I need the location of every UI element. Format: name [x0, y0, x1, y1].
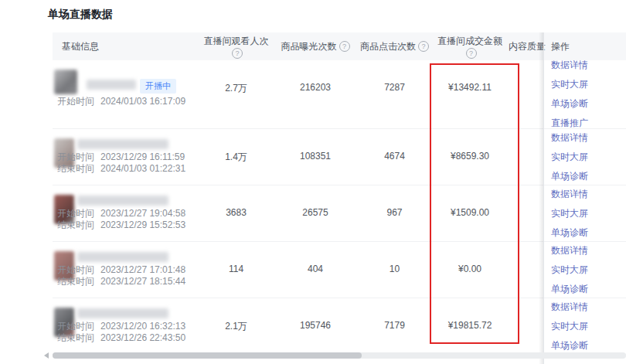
viewers-value: 1.4万	[199, 129, 273, 185]
col-header-actions: 操作	[543, 40, 626, 53]
col-header-exposures: 商品曝光次数?	[273, 40, 358, 53]
info-icon[interactable]: ?	[232, 48, 243, 59]
col-header-gmv: 直播间成交金额?	[431, 35, 509, 59]
session-times: 开始时间2023/12/27 19:04:58 结束时间2023/12/29 1…	[57, 208, 185, 231]
col-header-basic-info: 基础信息	[53, 40, 199, 53]
exposures-value: 216203	[273, 60, 358, 128]
col-header-clicks: 商品点击次数?	[358, 40, 431, 53]
gmv-value: ¥8659.30	[431, 129, 509, 185]
action-realtime-screen[interactable]: 实时大屏	[551, 148, 626, 167]
horizontal-scrollbar-thumb[interactable]	[53, 352, 362, 359]
action-session-diagnosis[interactable]: 单场诊断	[551, 167, 626, 186]
action-session-diagnosis[interactable]: 单场诊断	[551, 280, 626, 299]
blurred-title	[77, 252, 168, 262]
session-times: 开始时间2023/12/20 16:32:13 结束时间2023/12/26 2…	[57, 321, 185, 344]
quality-value	[509, 185, 543, 241]
gmv-value: ¥0.00	[431, 242, 509, 298]
gmv-value: ¥13492.11	[431, 60, 509, 128]
table-row: 开始时间2023/12/29 16:11:59 结束时间2024/01/03 0…	[53, 129, 626, 185]
action-realtime-screen[interactable]: 实时大屏	[551, 75, 626, 94]
blurred-title	[77, 139, 168, 149]
action-data-details[interactable]: 数据详情	[551, 56, 626, 75]
gmv-value: ¥19815.72	[431, 298, 509, 354]
clicks-value: 7287	[358, 60, 431, 128]
clicks-value: 7179	[358, 298, 431, 354]
action-realtime-screen[interactable]: 实时大屏	[551, 260, 626, 280]
viewers-value: 114	[199, 242, 273, 298]
col-header-viewers: 直播间观看人次?	[199, 35, 273, 59]
session-basic-info: 开始时间2023/12/29 16:11:59 结束时间2024/01/03 0…	[53, 129, 199, 185]
clicks-value: 4674	[358, 129, 431, 185]
blurred-title	[87, 80, 136, 90]
cover-thumbnail	[54, 70, 77, 94]
row-actions: 数据详情 实时大屏 单场诊断 直播推广	[543, 60, 626, 128]
session-basic-info: 开播中 开始时间2024/01/03 16:17:09	[53, 60, 199, 128]
quality-value	[509, 298, 543, 354]
row-actions: 数据详情 实时大屏 单场诊断	[543, 129, 626, 185]
quality-value	[509, 129, 543, 185]
action-session-diagnosis[interactable]: 单场诊断	[551, 94, 626, 114]
quality-value	[509, 60, 543, 128]
action-realtime-screen[interactable]: 实时大屏	[551, 317, 626, 336]
row-actions: 数据详情 实时大屏 单场诊断	[543, 185, 626, 241]
row-actions: 数据详情 实时大屏 单场诊断	[543, 242, 626, 298]
horizontal-scrollbar-track[interactable]	[53, 352, 626, 359]
table-row: 开始时间2023/12/27 19:04:58 结束时间2023/12/29 1…	[53, 185, 626, 242]
live-sessions-table: 基础信息 直播间观看人次? 商品曝光次数? 商品点击次数? 直播间成交金额? 内…	[53, 32, 626, 352]
table-header-row: 基础信息 直播间观看人次? 商品曝光次数? 商品点击次数? 直播间成交金额? 内…	[53, 32, 626, 60]
live-data-page: 单场直播数据 基础信息 直播间观看人次? 商品曝光次数? 商品点击次数? 直播间…	[0, 0, 626, 364]
viewers-value: 3683	[199, 185, 273, 241]
clicks-value: 967	[358, 185, 431, 241]
exposures-value: 108351	[273, 129, 358, 185]
exposures-value: 404	[273, 242, 358, 298]
blurred-title	[77, 308, 168, 318]
action-data-details[interactable]: 数据详情	[551, 298, 626, 317]
table-row: 开播中 开始时间2024/01/03 16:17:09 2.7万 216203 …	[53, 60, 626, 129]
table-row: 开始时间2023/12/27 17:01:48 结束时间2023/12/27 1…	[53, 242, 626, 298]
info-icon[interactable]: ?	[418, 41, 429, 52]
action-data-details[interactable]: 数据详情	[551, 241, 626, 260]
clicks-value: 10	[358, 242, 431, 298]
action-data-details[interactable]: 数据详情	[551, 128, 626, 148]
session-times: 开始时间2023/12/29 16:11:59 结束时间2024/01/03 0…	[57, 151, 185, 175]
exposures-value: 26575	[273, 185, 358, 241]
info-icon[interactable]: ?	[339, 41, 350, 52]
session-times: 开始时间2023/12/27 17:01:48 结束时间2023/12/27 1…	[57, 264, 185, 287]
viewers-value: 2.1万	[199, 298, 273, 354]
table-row: 开始时间2023/12/20 16:32:13 结束时间2023/12/26 2…	[53, 298, 626, 355]
viewers-value: 2.7万	[199, 60, 273, 128]
action-realtime-screen[interactable]: 实时大屏	[551, 204, 626, 223]
gmv-value: ¥1509.00	[431, 185, 509, 241]
session-basic-info: 开始时间2023/12/27 17:01:48 结束时间2023/12/27 1…	[53, 242, 199, 298]
session-basic-info: 开始时间2023/12/20 16:32:13 结束时间2023/12/26 2…	[53, 298, 199, 354]
page-title: 单场直播数据	[48, 8, 113, 22]
info-icon[interactable]: ?	[466, 48, 477, 59]
col-header-quality: 内容质量	[509, 40, 543, 53]
session-basic-info: 开始时间2023/12/27 19:04:58 结束时间2023/12/29 1…	[53, 185, 199, 241]
blurred-title	[77, 196, 168, 206]
quality-value	[509, 242, 543, 298]
status-badge: 开播中	[140, 79, 176, 94]
exposures-value: 195746	[273, 298, 358, 354]
action-session-diagnosis[interactable]: 单场诊断	[551, 223, 626, 243]
row-actions: 数据详情 实时大屏 单场诊断	[543, 298, 626, 354]
scroll-left-arrow-icon[interactable]	[44, 352, 49, 359]
session-times: 开始时间2024/01/03 16:17:09	[57, 96, 185, 107]
action-data-details[interactable]: 数据详情	[551, 185, 626, 204]
